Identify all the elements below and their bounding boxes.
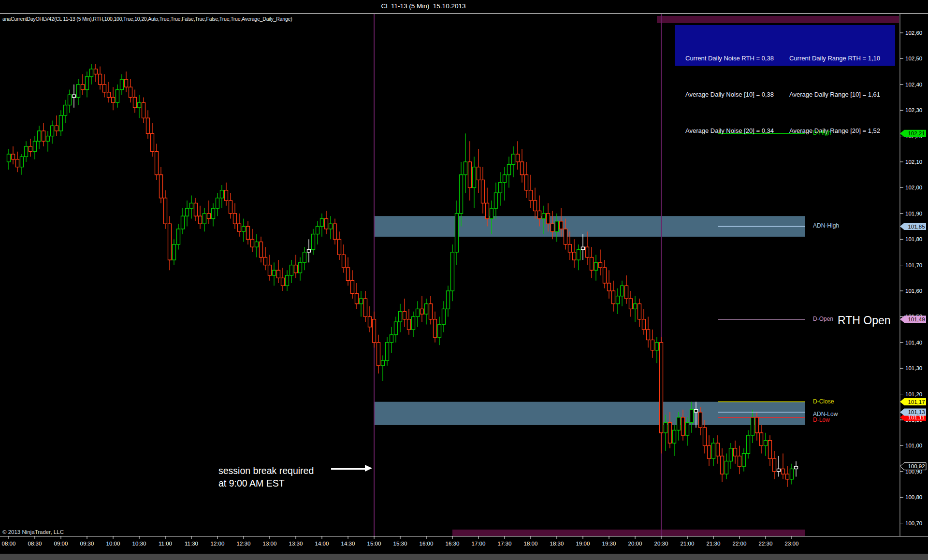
- x-tick-label[interactable]: 20:00: [628, 541, 642, 546]
- x-tick-label[interactable]: 14:00: [315, 541, 329, 546]
- candle: [729, 448, 733, 461]
- x-tick-label[interactable]: 16:30: [446, 541, 460, 546]
- average-daily-range-10: Average Daily Range [10] = 1,61: [789, 88, 880, 101]
- y-tick-label[interactable]: 101,00: [905, 443, 922, 448]
- x-tick-label[interactable]: 21:30: [707, 541, 721, 546]
- candle: [668, 422, 672, 443]
- x-tick-label[interactable]: 18:30: [550, 541, 564, 546]
- x-tick-label[interactable]: 15:00: [367, 541, 381, 546]
- candle: [625, 286, 628, 299]
- x-tick-label[interactable]: 14:30: [341, 541, 355, 546]
- y-tick-label[interactable]: 102,00: [905, 185, 922, 190]
- session-highlight-bar-bottom: [452, 530, 805, 536]
- bottom-scrollbar-strip[interactable]: [0, 554, 928, 560]
- candle: [160, 175, 163, 198]
- candle: [381, 360, 385, 366]
- session-break-arrow-line: [331, 468, 365, 470]
- candle: [486, 203, 489, 218]
- x-tick-label[interactable]: 15:30: [393, 541, 407, 546]
- candle: [747, 435, 750, 453]
- candle: [547, 214, 550, 224]
- candle: [725, 461, 728, 474]
- candle: [790, 469, 794, 479]
- candle: [464, 162, 467, 175]
- adn-high-price-tag-value: 101,85: [908, 224, 925, 230]
- y-tick-label[interactable]: 101,80: [905, 236, 922, 242]
- candle: [460, 175, 463, 214]
- candle: [68, 95, 72, 105]
- x-tick-label[interactable]: 13:30: [289, 541, 303, 546]
- candle: [181, 216, 185, 229]
- y-tick-label[interactable]: 101,20: [905, 391, 922, 397]
- y-tick-label[interactable]: 102,10: [905, 159, 922, 165]
- x-tick-label[interactable]: 09:30: [80, 541, 94, 546]
- candle: [286, 275, 289, 286]
- candle: [651, 340, 654, 350]
- candle: [560, 221, 563, 229]
- y-tick-label[interactable]: 102,50: [905, 56, 922, 61]
- candle: [503, 175, 507, 183]
- x-tick-label[interactable]: 10:30: [132, 541, 146, 546]
- x-tick-label[interactable]: 11:00: [159, 541, 172, 546]
- y-tick-label[interactable]: 102,60: [905, 30, 922, 36]
- x-tick-label[interactable]: 17:30: [498, 541, 512, 546]
- y-tick-label[interactable]: 100,80: [905, 494, 922, 500]
- x-tick-label[interactable]: 19:00: [576, 541, 590, 546]
- candle: [407, 319, 411, 330]
- candle: [777, 469, 781, 471]
- adn-low-band: [374, 402, 805, 425]
- candle: [386, 343, 389, 360]
- session-break-line1: session break required: [218, 464, 314, 477]
- x-tick-label[interactable]: 11:30: [185, 541, 198, 546]
- candle: [281, 278, 285, 286]
- candle: [290, 265, 293, 275]
- candle: [438, 324, 441, 337]
- x-tick-label[interactable]: 22:30: [759, 541, 773, 546]
- candle: [573, 252, 576, 260]
- x-tick-label[interactable]: 23:00: [785, 541, 799, 546]
- candle: [712, 443, 715, 459]
- session-break-annotation: session break required at 9:00 AM EST: [218, 464, 314, 489]
- candle: [16, 159, 19, 167]
- x-tick-label[interactable]: 13:00: [263, 541, 277, 546]
- x-tick-label[interactable]: 08:30: [28, 541, 42, 546]
- price-chart-canvas[interactable]: 102,60102,50102,40102,30102,20102,10102,…: [0, 0, 928, 560]
- candle: [677, 417, 681, 431]
- x-tick-label[interactable]: 09:00: [54, 541, 68, 546]
- candle: [655, 343, 659, 350]
- candle: [721, 456, 724, 474]
- candle: [351, 281, 354, 294]
- candle: [86, 77, 89, 90]
- d-open-price-tag-value: 101,49: [908, 316, 925, 322]
- x-tick-label[interactable]: 18:00: [524, 541, 538, 546]
- current-daily-noise: Current Daily Noise RTH = 0,38: [685, 52, 774, 64]
- d-close-label: D-Close: [813, 399, 834, 405]
- candle: [125, 79, 128, 87]
- daily-range-column: Current Daily Range RTH = 1,10 Average D…: [789, 28, 880, 161]
- y-tick-label[interactable]: 101,60: [905, 288, 922, 294]
- y-tick-label[interactable]: 100,70: [905, 520, 922, 526]
- candle: [42, 131, 45, 141]
- x-tick-label[interactable]: 20:30: [654, 541, 668, 546]
- candle: [151, 133, 154, 151]
- x-tick-label[interactable]: 19:30: [602, 541, 616, 546]
- x-tick-label[interactable]: 16:00: [420, 541, 434, 546]
- y-tick-label[interactable]: 102,40: [905, 82, 922, 87]
- candle: [795, 466, 798, 469]
- candle: [168, 224, 172, 260]
- y-tick-label[interactable]: 101,90: [905, 211, 922, 216]
- candle: [412, 316, 415, 330]
- x-tick-label[interactable]: 17:00: [472, 541, 486, 546]
- x-tick-label[interactable]: 12:30: [237, 541, 251, 546]
- x-tick-label[interactable]: 12:00: [211, 541, 225, 546]
- y-tick-label[interactable]: 101,40: [905, 340, 922, 345]
- x-tick-label[interactable]: 10:00: [106, 541, 120, 546]
- candle: [355, 293, 359, 303]
- y-tick-label[interactable]: 101,70: [905, 262, 922, 268]
- y-tick-label[interactable]: 101,30: [905, 365, 922, 371]
- x-tick-label[interactable]: 22:00: [733, 541, 747, 546]
- x-tick-label[interactable]: 08:00: [2, 541, 16, 546]
- y-tick-label[interactable]: 102,30: [905, 107, 922, 113]
- x-tick-label[interactable]: 21:00: [681, 541, 695, 546]
- candle: [499, 183, 502, 193]
